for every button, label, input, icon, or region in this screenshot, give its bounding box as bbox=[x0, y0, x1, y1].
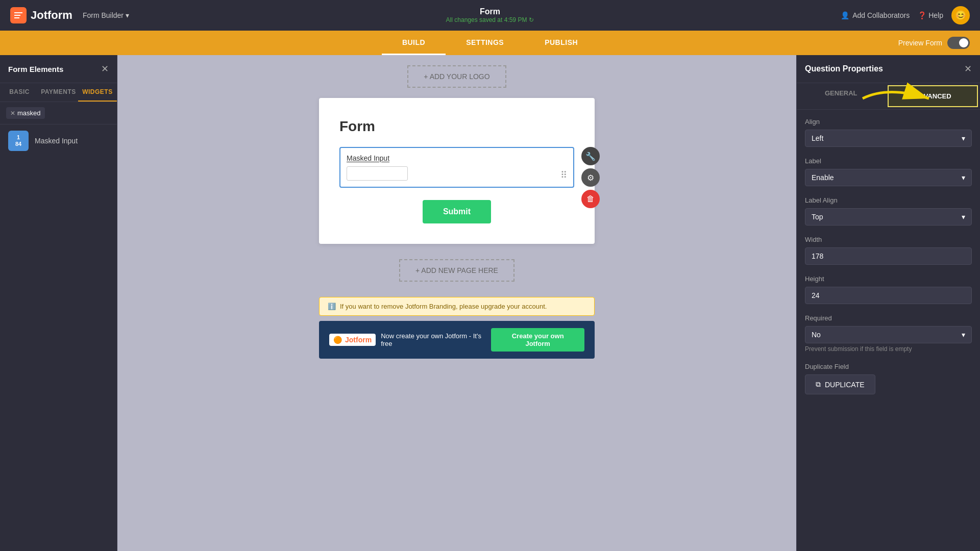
tab-settings[interactable]: SETTINGS bbox=[446, 31, 524, 55]
label-align-select[interactable]: Top ▾ bbox=[805, 208, 972, 226]
form-title: Form bbox=[446, 7, 534, 16]
promo-text: Now create your own Jotform - It's free bbox=[381, 332, 491, 347]
label-value: Enable bbox=[812, 173, 834, 182]
add-logo-area: + ADD YOUR LOGO bbox=[117, 55, 796, 98]
form-builder-label: Form Builder bbox=[83, 11, 124, 19]
search-area: ✕ masked bbox=[0, 102, 117, 124]
sidebar-tab-widgets[interactable]: WIDGETS bbox=[78, 83, 117, 102]
form-field-wrapper: Masked Input ⠿ 🔧 ⚙ 🗑 bbox=[339, 147, 574, 188]
chevron-down-icon: ▾ bbox=[962, 331, 965, 339]
question-mark-icon: ❓ bbox=[918, 11, 926, 19]
panel-tabs: GENERAL ADVANCED bbox=[797, 83, 980, 110]
chevron-down-icon: ▾ bbox=[962, 173, 965, 182]
header-left: Jotform Form Builder ▾ bbox=[10, 7, 133, 23]
field-actions: 🔧 ⚙ 🗑 bbox=[581, 147, 600, 208]
property-label: Label Enable ▾ bbox=[805, 157, 972, 186]
logo-area: Jotform bbox=[10, 7, 72, 23]
right-panel: Question Properties ✕ GENERAL ADVANCED A… bbox=[796, 55, 980, 551]
gear-icon: ⚙ bbox=[587, 173, 594, 183]
duplicate-label: Duplicate Field bbox=[805, 363, 972, 370]
field-settings-button[interactable]: 🔧 bbox=[581, 147, 600, 165]
panel-close-button[interactable]: ✕ bbox=[964, 63, 972, 74]
help-label: Help bbox=[928, 11, 943, 19]
duplicate-button[interactable]: ⧉ DUPLICATE bbox=[805, 374, 875, 394]
main-area: Form Elements ✕ BASIC PAYMENTS WIDGETS ✕… bbox=[0, 55, 980, 551]
branding-warning-text: If you want to remove Jotform Branding, … bbox=[340, 303, 547, 310]
field-delete-button[interactable]: 🗑 bbox=[581, 190, 600, 208]
sidebar-tab-payments[interactable]: PAYMENTS bbox=[39, 83, 78, 102]
avatar[interactable]: 😊 bbox=[951, 6, 970, 24]
sidebar-close-button[interactable]: ✕ bbox=[101, 63, 109, 74]
create-jotform-button[interactable]: Create your own Jotform bbox=[491, 328, 584, 352]
nav-bar: BUILD SETTINGS PUBLISH Preview Form bbox=[0, 31, 980, 55]
tab-publish[interactable]: PUBLISH bbox=[524, 31, 598, 55]
widget-item-masked-input[interactable]: 184 Masked Input bbox=[0, 124, 117, 157]
add-collaborators-label: Add Collaborators bbox=[852, 11, 910, 19]
required-select[interactable]: No ▾ bbox=[805, 326, 972, 343]
jotform-promo: 🟠 Jotform Now create your own Jotform - … bbox=[319, 321, 595, 359]
preview-form-label: Preview Form bbox=[898, 39, 942, 47]
form-card-title: Form bbox=[339, 118, 574, 135]
align-value: Left bbox=[812, 134, 823, 142]
sidebar-title: Form Elements bbox=[8, 65, 63, 73]
logo-text: Jotform bbox=[31, 9, 72, 22]
tab-build[interactable]: BUILD bbox=[382, 31, 446, 55]
height-label: Height bbox=[805, 275, 972, 283]
property-height: Height 24 bbox=[805, 275, 972, 304]
height-input[interactable]: 24 bbox=[805, 287, 972, 304]
promo-logo: 🟠 Jotform bbox=[329, 334, 376, 346]
add-logo-button[interactable]: + ADD YOUR LOGO bbox=[407, 65, 506, 88]
widget-item-label: Masked Input bbox=[35, 137, 78, 145]
label-align-label: Label Align bbox=[805, 196, 972, 204]
add-page-area: + ADD NEW PAGE HERE bbox=[117, 249, 796, 292]
duplicate-btn-label: DUPLICATE bbox=[825, 381, 865, 389]
field-gear-button[interactable]: ⚙ bbox=[581, 168, 600, 187]
align-select[interactable]: Left ▾ bbox=[805, 130, 972, 147]
left-sidebar: Form Elements ✕ BASIC PAYMENTS WIDGETS ✕… bbox=[0, 55, 117, 551]
promo-left: 🟠 Jotform Now create your own Jotform - … bbox=[329, 332, 491, 347]
help-button[interactable]: ❓ Help bbox=[918, 11, 943, 19]
chevron-down-icon: ▾ bbox=[126, 11, 129, 19]
jotform-logo-icon bbox=[10, 7, 27, 23]
submit-button[interactable]: Submit bbox=[423, 200, 491, 223]
chevron-down-icon: ▾ bbox=[962, 213, 965, 221]
avatar-emoji: 😊 bbox=[955, 10, 966, 21]
header: Jotform Form Builder ▾ Form All changes … bbox=[0, 0, 980, 31]
form-builder-button[interactable]: Form Builder ▾ bbox=[79, 9, 133, 21]
panel-header: Question Properties ✕ bbox=[797, 55, 980, 83]
property-required: Required No ▾ Prevent submission if this… bbox=[805, 314, 972, 353]
required-hint: Prevent submission if this field is empt… bbox=[805, 345, 972, 353]
required-value: No bbox=[812, 331, 821, 339]
label-label: Label bbox=[805, 157, 972, 165]
widget-icon: 184 bbox=[8, 131, 29, 151]
sidebar-tabs: BASIC PAYMENTS WIDGETS bbox=[0, 83, 117, 102]
search-tag-text: masked bbox=[17, 109, 41, 117]
masked-input-field[interactable] bbox=[347, 166, 408, 181]
chevron-down-icon: ▾ bbox=[962, 134, 965, 142]
search-tag: ✕ masked bbox=[6, 107, 45, 119]
label-align-value: Top bbox=[812, 213, 823, 221]
search-tag-close[interactable]: ✕ bbox=[10, 110, 15, 117]
center-content: + ADD YOUR LOGO Form Masked Input ⠿ 🔧 ⚙ bbox=[117, 55, 796, 551]
panel-tab-general[interactable]: GENERAL bbox=[797, 83, 886, 109]
add-collaborators-button[interactable]: 👤 Add Collaborators bbox=[841, 11, 910, 19]
preview-form-toggle[interactable] bbox=[947, 37, 970, 49]
copy-icon: ⧉ bbox=[816, 380, 821, 389]
width-input[interactable]: 178 bbox=[805, 247, 972, 265]
save-status: All changes saved at 4:59 PM ↻ bbox=[446, 16, 534, 23]
header-center: Form All changes saved at 4:59 PM ↻ bbox=[446, 7, 534, 23]
sidebar-header: Form Elements ✕ bbox=[0, 55, 117, 83]
form-field[interactable]: Masked Input ⠿ bbox=[339, 147, 574, 188]
panel-tab-advanced[interactable]: ADVANCED bbox=[888, 85, 978, 107]
wrench-icon: 🔧 bbox=[585, 152, 596, 161]
panel-title: Question Properties bbox=[805, 64, 883, 73]
user-plus-icon: 👤 bbox=[841, 11, 849, 19]
drag-handle-icon[interactable]: ⠿ bbox=[560, 169, 567, 181]
label-select[interactable]: Enable ▾ bbox=[805, 169, 972, 186]
sidebar-tab-basic[interactable]: BASIC bbox=[0, 83, 39, 102]
property-duplicate: Duplicate Field ⧉ DUPLICATE bbox=[805, 363, 972, 394]
add-page-button[interactable]: + ADD NEW PAGE HERE bbox=[399, 259, 514, 282]
form-card: Form Masked Input ⠿ 🔧 ⚙ 🗑 bbox=[319, 98, 595, 244]
jotform-mini-icon: 🟠 bbox=[333, 336, 342, 344]
property-label-align: Label Align Top ▾ bbox=[805, 196, 972, 226]
